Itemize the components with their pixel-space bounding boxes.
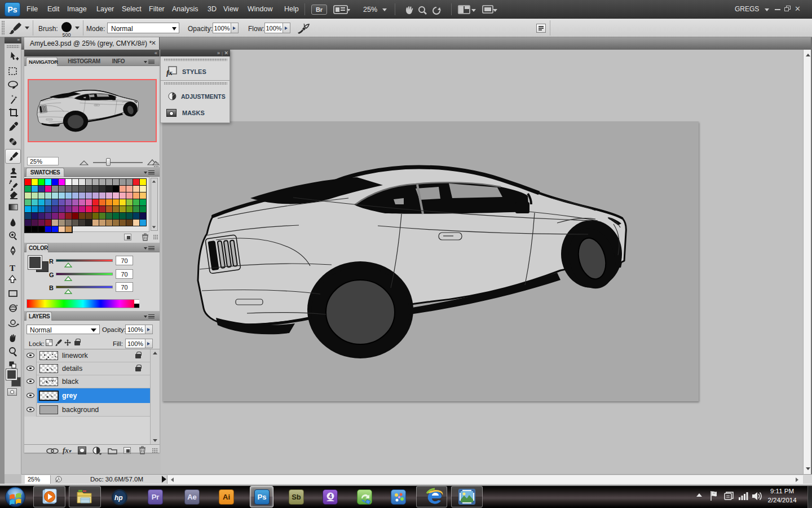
svg-text:4: 4 — [329, 493, 332, 500]
svg-text:T: T — [10, 264, 15, 273]
svg-text:hp: hp — [114, 494, 123, 502]
svg-text:fx: fx — [166, 68, 173, 77]
